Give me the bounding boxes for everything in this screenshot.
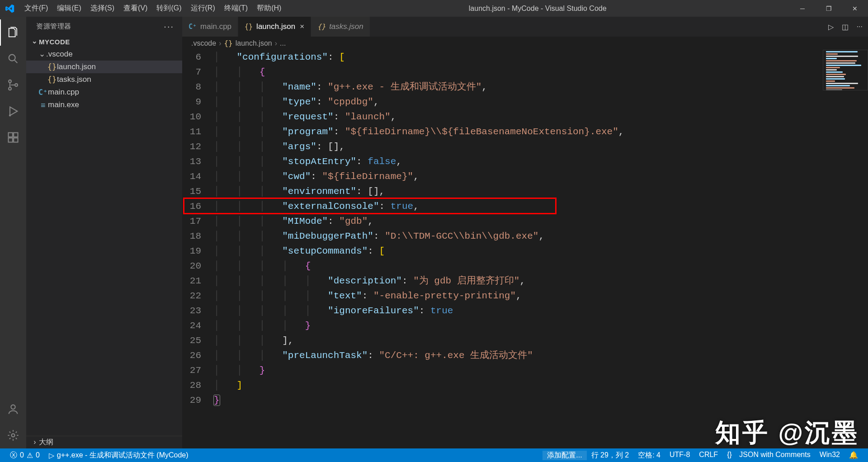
svg-point-1: [9, 80, 11, 83]
run-icon[interactable]: ▷: [828, 23, 834, 31]
status-launch-config[interactable]: ▷g++.exe - 生成和调试活动文件 (MyCode): [44, 448, 193, 462]
file-tree: MYCODE .vscode{}launch.json{}tasks.jsonC…: [26, 35, 182, 111]
more-actions-icon[interactable]: ···: [857, 23, 863, 31]
activity-run-debug-icon[interactable]: [0, 98, 26, 124]
menu-item[interactable]: 终端(T): [220, 4, 252, 13]
svg-point-3: [15, 84, 18, 86]
editor-area: C⁺main.cpp{}launch.json×{}tasks.json ▷ ◫…: [182, 17, 868, 448]
menu-item[interactable]: 运行(R): [186, 4, 220, 13]
editor-tab[interactable]: {}tasks.json: [311, 17, 370, 37]
activity-account-icon[interactable]: [0, 396, 26, 422]
editor-tab[interactable]: C⁺main.cpp: [182, 17, 238, 37]
activity-settings-icon[interactable]: [0, 422, 26, 448]
status-eol[interactable]: CRLF: [694, 451, 722, 459]
svg-point-2: [9, 87, 11, 90]
vscode-logo-icon: [0, 4, 20, 13]
minimap[interactable]: [823, 50, 868, 90]
error-icon: ⓧ: [10, 451, 17, 460]
menu-item[interactable]: 选择(S): [86, 4, 119, 13]
minimize-button[interactable]: ─: [789, 0, 816, 17]
file-icon: ≡: [38, 100, 48, 109]
svg-point-9: [11, 405, 15, 409]
activity-bar: [0, 17, 26, 448]
breadcrumbs[interactable]: .vscode› {}launch.json› ...: [182, 37, 868, 50]
tab-file-icon: {}: [245, 23, 253, 31]
editor-tabs: C⁺main.cpp{}launch.json×{}tasks.json ▷ ◫…: [182, 17, 868, 37]
code-content[interactable]: │ "configurations": [│ │ {│ │ │ "name": …: [214, 50, 868, 448]
menu-item[interactable]: 转到(G): [152, 4, 186, 13]
status-notifications-icon[interactable]: 🔔: [844, 451, 863, 459]
tree-file[interactable]: {}launch.json: [26, 61, 182, 73]
explorer-sidebar: 资源管理器 ··· MYCODE .vscode{}launch.json{}t…: [26, 17, 182, 448]
tree-folder[interactable]: .vscode: [26, 48, 182, 61]
title-bar: 文件(F)编辑(E)选择(S)查看(V)转到(G)运行(R)终端(T)帮助(H)…: [0, 0, 868, 17]
sidebar-more-icon[interactable]: ···: [164, 21, 174, 32]
activity-search-icon[interactable]: [0, 46, 26, 72]
activity-explorer-icon[interactable]: [0, 19, 26, 46]
menu-item[interactable]: 编辑(E): [52, 4, 85, 13]
tab-close-icon[interactable]: ×: [300, 22, 304, 31]
menu-item[interactable]: 帮助(H): [252, 4, 286, 13]
file-icon: C⁺: [38, 88, 48, 97]
tab-file-icon: {}: [317, 23, 326, 31]
svg-point-4: [9, 115, 10, 116]
file-icon: {}: [47, 62, 57, 71]
outline-section[interactable]: 大纲: [26, 436, 182, 448]
tab-actions: ▷ ◫ ···: [828, 17, 868, 37]
svg-rect-7: [9, 138, 13, 142]
status-language[interactable]: {} JSON with Comments: [722, 451, 815, 459]
status-indent[interactable]: 空格: 4: [633, 451, 665, 460]
menu-item[interactable]: 查看(V): [119, 4, 152, 13]
status-bar: ⓧ0 ⚠0 ▷g++.exe - 生成和调试活动文件 (MyCode) 添加配置…: [0, 448, 868, 462]
menu-item[interactable]: 文件(F): [20, 4, 52, 13]
svg-rect-8: [14, 138, 18, 142]
close-button[interactable]: ✕: [842, 0, 868, 17]
status-os[interactable]: Win32: [815, 451, 844, 459]
sidebar-header: 资源管理器 ···: [26, 17, 182, 35]
menu-bar: 文件(F)编辑(E)选择(S)查看(V)转到(G)运行(R)终端(T)帮助(H): [20, 4, 286, 13]
tree-file[interactable]: {}tasks.json: [26, 73, 182, 86]
code-editor[interactable]: 6789101112131415161718192021222324252627…: [182, 50, 868, 448]
tab-file-icon: C⁺: [189, 23, 197, 31]
split-editor-icon[interactable]: ◫: [842, 23, 849, 31]
activity-source-control-icon[interactable]: [0, 72, 26, 98]
warning-icon: ⚠: [27, 451, 33, 460]
svg-rect-5: [9, 133, 13, 137]
activity-extensions-icon[interactable]: [0, 124, 26, 151]
sidebar-title: 资源管理器: [36, 22, 71, 31]
tree-file[interactable]: C⁺main.cpp: [26, 86, 182, 99]
file-icon: {}: [47, 75, 57, 84]
svg-point-0: [9, 55, 15, 61]
svg-point-10: [12, 434, 15, 437]
line-gutter: 6789101112131415161718192021222324252627…: [182, 50, 214, 448]
maximize-button[interactable]: ❐: [816, 0, 842, 17]
tree-root[interactable]: MYCODE: [26, 35, 182, 48]
window-title: launch.json - MyCode - Visual Studio Cod…: [286, 5, 789, 13]
editor-tab[interactable]: {}launch.json×: [238, 17, 311, 37]
debug-icon: ▷: [49, 451, 54, 460]
status-line-col[interactable]: 行 29，列 2: [587, 451, 634, 460]
status-add-config[interactable]: 添加配置...: [542, 451, 586, 460]
window-controls: ─ ❐ ✕: [789, 0, 868, 17]
tree-file[interactable]: ≡main.exe: [26, 99, 182, 111]
status-problems[interactable]: ⓧ0 ⚠0: [5, 448, 44, 462]
status-encoding[interactable]: UTF-8: [665, 451, 694, 459]
svg-rect-6: [14, 133, 18, 137]
